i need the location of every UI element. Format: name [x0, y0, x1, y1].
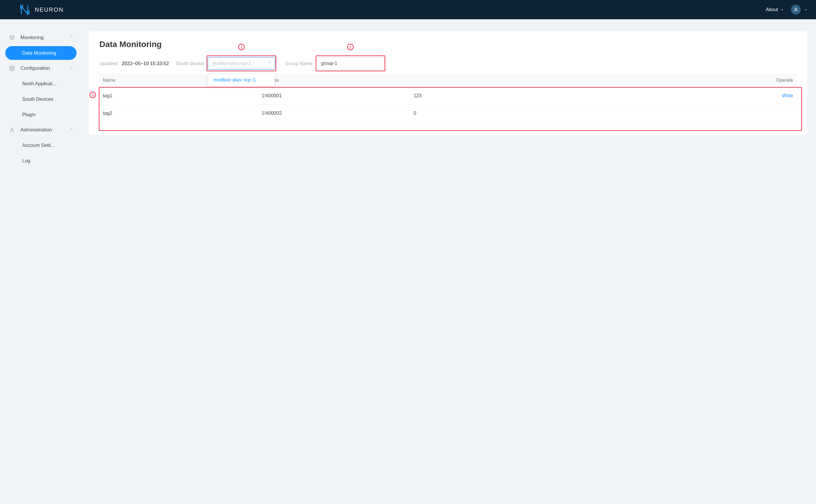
group-name-label: Group Name: [285, 61, 313, 66]
sidebar-item-data-monitoring[interactable]: Data Monitoring: [5, 46, 77, 60]
page-title: Data Monitoring: [99, 40, 797, 49]
chevron-down-icon: ⌄: [377, 61, 380, 65]
brand: NEURON: [19, 4, 64, 15]
sidebar-group-label: Configuration: [20, 65, 50, 71]
sidebar-item-south-devices[interactable]: South Devices: [5, 92, 77, 106]
cell-value: 123: [414, 93, 767, 98]
col-header-address: Address: [262, 78, 414, 83]
filter-row: Updated 2022−05−10 15:33:52 South device…: [99, 57, 797, 69]
user-icon: [9, 127, 15, 133]
group-name-select[interactable]: group-1 ⌄: [317, 57, 384, 69]
sidebar: Monitoring ⌃ Data Monitoring Configurati…: [0, 19, 82, 169]
sidebar-item-north-application[interactable]: North Applicat…: [5, 77, 77, 91]
cell-name: tag1: [103, 93, 262, 98]
cell-value: 0: [414, 110, 767, 116]
write-button[interactable]: Write: [767, 93, 793, 98]
sliders-icon: [9, 65, 15, 72]
cell-name: tag2: [103, 110, 262, 116]
chevron-up-icon: ⌃: [268, 61, 271, 65]
table-row: tag2 1!400002 0: [99, 105, 797, 122]
table-header-row: Name Address Operate: [99, 74, 797, 87]
about-menu[interactable]: About: [766, 7, 783, 12]
brand-logo-icon: [19, 4, 31, 15]
avatar: [791, 5, 801, 15]
header-right: About: [766, 5, 807, 15]
cell-address: 1!400001: [262, 93, 414, 98]
sidebar-item-account-settings[interactable]: Account Setti…: [5, 138, 77, 152]
sidebar-group-label: Monitoring: [20, 35, 44, 41]
content-area: Data Monitoring Updated 2022−05−10 15:33…: [82, 19, 816, 144]
chevron-up-icon: ⌃: [70, 128, 73, 132]
data-table: Name Address Operate 3 tag1 1!400001 123…: [99, 74, 797, 122]
cell-address: 1!400002: [262, 110, 414, 116]
app-header: NEURON About: [0, 0, 816, 19]
south-device-select[interactable]: modbus-plus-tcp-1 ⌃ modbus−plus−tcp−1: [208, 57, 275, 69]
dropdown-option-modbus[interactable]: modbus−plus−tcp−1: [208, 74, 275, 86]
chevron-down-icon: [780, 8, 783, 12]
table-row: tag1 1!400001 123 Write: [99, 87, 797, 105]
table-body-wrap: 3 tag1 1!400001 123 Write tag2 1!400002 …: [99, 87, 797, 122]
about-label: About: [766, 7, 778, 12]
monitor-icon: [9, 34, 15, 41]
select-placeholder: modbus-plus-tcp-1: [212, 61, 251, 66]
svg-point-7: [11, 128, 13, 130]
cell-operate: [767, 110, 793, 116]
south-device-select-wrap: 1 modbus-plus-tcp-1 ⌃ modbus−plus−tcp−1: [208, 57, 275, 69]
sidebar-group-label: Administration: [20, 127, 52, 133]
annotation-badge-3: 3: [89, 92, 96, 98]
group-name-select-wrap: 2 group-1 ⌄: [317, 57, 384, 69]
sidebar-group-administration[interactable]: Administration ⌃: [4, 123, 78, 137]
sidebar-item-plugin[interactable]: Plugin: [5, 108, 77, 121]
sidebar-group-monitoring[interactable]: Monitoring ⌃: [4, 31, 78, 44]
sidebar-item-log[interactable]: Log: [5, 154, 77, 168]
brand-name: NEURON: [35, 6, 64, 13]
south-device-dropdown: modbus−plus−tcp−1: [208, 74, 275, 86]
chevron-up-icon: ⌃: [70, 66, 73, 70]
south-device-label: South device: [176, 61, 204, 66]
chevron-down-icon: [804, 8, 807, 12]
chevron-up-icon: ⌃: [70, 36, 73, 40]
sidebar-group-configuration[interactable]: Configuration ⌃: [4, 62, 78, 75]
col-header-operate: Operate: [767, 78, 793, 83]
svg-point-4: [795, 8, 797, 10]
updated-label: Updated: [99, 61, 117, 66]
user-menu[interactable]: [791, 5, 807, 15]
select-value: group-1: [321, 61, 337, 66]
updated-value: 2022−05−10 15:33:52: [121, 61, 169, 66]
col-header-value: [414, 78, 767, 83]
page-card: Data Monitoring Updated 2022−05−10 15:33…: [89, 31, 807, 135]
